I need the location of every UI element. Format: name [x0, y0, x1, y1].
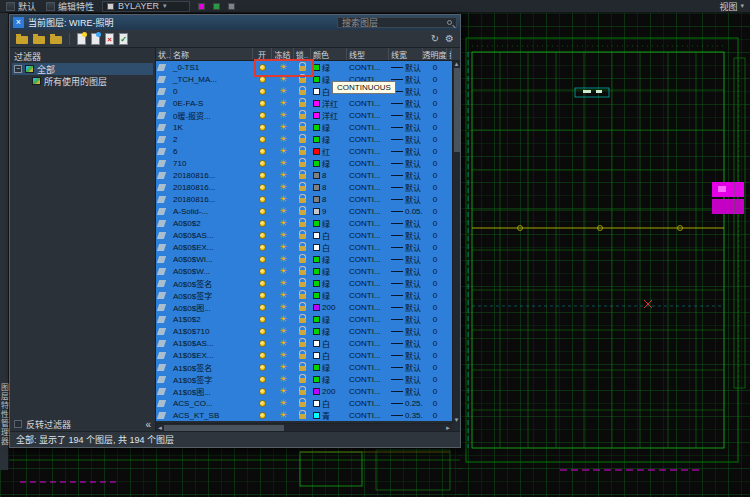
bulb-on-icon[interactable]	[259, 124, 266, 131]
layer-color-cell[interactable]: 8	[311, 193, 347, 205]
layer-linetype-cell[interactable]: CONTI...	[347, 157, 389, 169]
bulb-on-icon[interactable]	[259, 340, 266, 347]
unlock-icon[interactable]	[299, 90, 306, 95]
unlock-icon[interactable]	[299, 342, 306, 347]
layer-on-cell[interactable]	[253, 85, 272, 97]
layer-freeze-cell[interactable]: ☀	[272, 409, 294, 421]
layer-freeze-cell[interactable]: ☀	[272, 193, 294, 205]
layer-on-cell[interactable]	[253, 181, 272, 193]
layer-lineweight-cell[interactable]: 默认	[389, 169, 423, 181]
layer-lock-cell[interactable]	[294, 193, 311, 205]
layer-linetype-cell[interactable]: CONTI...	[347, 325, 389, 337]
bulb-on-icon[interactable]	[259, 100, 266, 107]
sun-icon[interactable]: ☀	[279, 375, 287, 384]
layer-linetype-cell[interactable]: CONTI...	[347, 361, 389, 373]
layer-linetype-cell[interactable]: CONTI...	[347, 121, 389, 133]
sun-icon[interactable]: ☀	[279, 195, 287, 204]
bulb-on-icon[interactable]	[259, 172, 266, 179]
layer-transparency-cell[interactable]: 0	[423, 169, 447, 181]
layer-lineweight-cell[interactable]: 0.05...	[389, 205, 423, 217]
layer-row[interactable]: A1$0$签字☀绿CONTI...默认0	[156, 373, 452, 385]
bulb-on-icon[interactable]	[259, 220, 266, 227]
layer-lock-cell[interactable]	[294, 253, 311, 265]
layer-color-cell[interactable]: 白	[311, 349, 347, 361]
color-swatch-icon[interactable]	[313, 196, 320, 203]
column-header-color[interactable]: 颜色	[311, 48, 347, 60]
layer-lock-cell[interactable]	[294, 133, 311, 145]
layer-lineweight-cell[interactable]: 默认	[389, 253, 423, 265]
layer-color-cell[interactable]: 绿	[311, 289, 347, 301]
layer-row[interactable]: ACS_KT_SB☀青CONTI...0.35...0	[156, 409, 452, 421]
unlock-icon[interactable]	[299, 402, 306, 407]
magenta-tool-icon[interactable]	[198, 3, 205, 10]
layer-row[interactable]: 710☀绿CONTI...默认0	[156, 157, 452, 169]
layer-lineweight-cell[interactable]: 默认	[389, 217, 423, 229]
color-swatch-icon[interactable]	[313, 100, 320, 107]
bulb-on-icon[interactable]	[259, 76, 266, 83]
sun-icon[interactable]: ☀	[279, 123, 287, 132]
layer-row[interactable]: A1$0$2☀绿CONTI...默认0	[156, 313, 452, 325]
layer-linetype-cell[interactable]: CONTI...	[347, 109, 389, 121]
sun-icon[interactable]: ☀	[279, 279, 287, 288]
layer-freeze-cell[interactable]: ☀	[272, 325, 294, 337]
unlock-icon[interactable]	[299, 78, 306, 83]
layer-freeze-cell[interactable]: ☀	[272, 397, 294, 409]
layer-lineweight-cell[interactable]: 默认	[389, 145, 423, 157]
layer-transparency-cell[interactable]: 0	[423, 265, 447, 277]
bulb-on-icon[interactable]	[259, 184, 266, 191]
color-swatch-icon[interactable]	[313, 364, 320, 371]
layer-freeze-cell[interactable]: ☀	[272, 349, 294, 361]
layer-row[interactable]: ACS_CO...☀白CONTI...0.25...0	[156, 397, 452, 409]
bulb-on-icon[interactable]	[259, 328, 266, 335]
view-menu[interactable]: 视图 ▾	[719, 0, 744, 13]
layer-on-cell[interactable]	[253, 97, 272, 109]
layer-linetype-cell[interactable]: CONTI...	[347, 385, 389, 397]
layer-on-cell[interactable]	[253, 301, 272, 313]
layer-freeze-cell[interactable]: ☀	[272, 265, 294, 277]
layer-freeze-cell[interactable]: ☀	[272, 241, 294, 253]
scroll-right-icon[interactable]: ►	[445, 425, 451, 431]
layer-transparency-cell[interactable]: 0	[423, 397, 447, 409]
color-swatch-icon[interactable]	[313, 124, 320, 131]
layer-color-cell[interactable]: 绿	[311, 133, 347, 145]
layer-linetype-cell[interactable]: CONTI...	[347, 241, 389, 253]
layer-color-cell[interactable]: 8	[311, 181, 347, 193]
layer-linetype-cell[interactable]: CONTI...	[347, 301, 389, 313]
layer-transparency-cell[interactable]: 0	[423, 121, 447, 133]
layer-on-cell[interactable]	[253, 73, 272, 85]
layer-lock-cell[interactable]	[294, 157, 311, 169]
sun-icon[interactable]: ☀	[279, 363, 287, 372]
layer-on-cell[interactable]	[253, 61, 272, 73]
unlock-icon[interactable]	[299, 102, 306, 107]
layer-color-cell[interactable]: 绿	[311, 265, 347, 277]
layer-transparency-cell[interactable]: 0	[423, 373, 447, 385]
layer-freeze-cell[interactable]: ☀	[272, 385, 294, 397]
gray-tool-icon[interactable]	[228, 3, 235, 10]
color-swatch-icon[interactable]	[313, 184, 320, 191]
layer-transparency-cell[interactable]: 0	[423, 253, 447, 265]
delete-layer-icon[interactable]: ×	[105, 33, 114, 45]
layer-on-cell[interactable]	[253, 133, 272, 145]
layer-on-cell[interactable]	[253, 349, 272, 361]
palette-side-titlebar[interactable]: 图层特性管理器	[0, 13, 9, 470]
layer-transparency-cell[interactable]: 0	[423, 229, 447, 241]
layer-row[interactable]: A0$0$EX...☀白CONTI...默认0	[156, 241, 452, 253]
layer-lineweight-cell[interactable]: 默认	[389, 229, 423, 241]
layer-linetype-cell[interactable]: CONTI...	[347, 277, 389, 289]
set-current-layer-icon[interactable]: ✓	[119, 33, 128, 45]
sun-icon[interactable]: ☀	[279, 135, 287, 144]
layer-on-cell[interactable]	[253, 157, 272, 169]
bulb-on-icon[interactable]	[259, 292, 266, 299]
layer-transparency-cell[interactable]: 0	[423, 361, 447, 373]
tree-expander-icon[interactable]: −	[14, 65, 22, 73]
layer-row[interactable]: _0-TS1☀绿CONTI...默认0	[156, 61, 452, 73]
bulb-on-icon[interactable]	[259, 88, 266, 95]
close-icon[interactable]: ×	[13, 17, 24, 28]
layer-lock-cell[interactable]	[294, 229, 311, 241]
sun-icon[interactable]: ☀	[279, 387, 287, 396]
sun-icon[interactable]: ☀	[279, 267, 287, 276]
layer-on-cell[interactable]	[253, 313, 272, 325]
layer-color-cell[interactable]: 200	[311, 385, 347, 397]
layer-color-cell[interactable]: 白	[311, 241, 347, 253]
layer-transparency-cell[interactable]: 0	[423, 217, 447, 229]
